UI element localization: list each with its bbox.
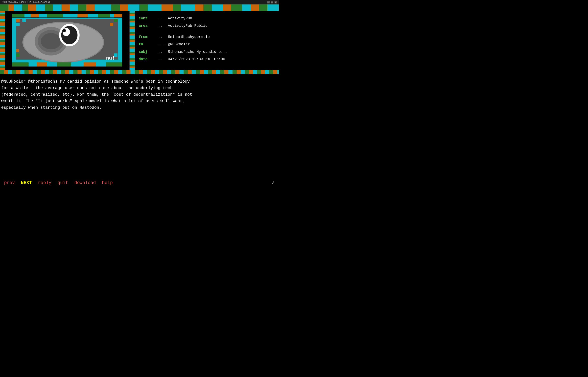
from-value: @nihar@hachyderm.io [168,34,210,40]
right-color-strip [129,11,135,70]
to-row: to ..... @NuSkooler [139,41,275,47]
close-button[interactable]: ✕ [275,1,277,3]
svg-rect-26 [16,49,19,52]
conf-dots: ... [156,15,167,22]
maximize-button[interactable]: □ [271,1,273,3]
from-label: from [139,34,155,40]
top-pixel-band [0,4,279,11]
subj-dots: ... [156,48,167,55]
slash-indicator: / [272,181,275,186]
nav-bar: prev NEXT reply quit download help / [0,177,279,188]
next-nav-item[interactable]: NEXT [21,180,32,186]
message-body: @NuSkooler @thomasfuchs My candid opinio… [0,74,279,115]
date-value: 04/21/2023 12:33 pm -06:00 [168,56,225,62]
svg-rect-29 [12,62,29,67]
conf-row: conf ... ActivityPub [139,15,275,22]
conf-label: conf [139,15,155,22]
svg-point-18 [63,29,66,32]
quit-nav-item[interactable]: quit [58,180,68,186]
svg-rect-19 [16,19,20,22]
terminal: nu! conf ... ActivityPub [0,4,279,188]
to-dots: ..... [156,41,167,47]
svg-rect-3 [31,14,39,17]
info-panel: conf ... ActivityPub area ... ActivityPu… [135,11,279,70]
window-controls: — □ ✕ [267,1,277,3]
svg-rect-23 [110,23,113,26]
area-label: area [139,23,155,29]
help-nav-item[interactable]: help [102,180,113,186]
svg-rect-20 [23,19,26,22]
date-row: date ... 04/21/2023 12:33 pm -06:00 [139,56,275,62]
mascot-svg: nu! [6,13,128,68]
area-dots: ... [156,23,167,29]
left-color-strip [0,11,5,70]
svg-text:nu!: nu! [106,56,115,61]
to-label: to [139,41,155,47]
svg-point-14 [41,33,61,49]
image-area: nu! [0,11,135,70]
subj-value: @thomasfuchs My candid o... [168,48,227,55]
window-title: [NR] Xibalba [SSH] [10.0.3.245:8889] [2,1,50,3]
area-value: ActivityPub Public [168,23,208,29]
svg-rect-5 [78,14,88,17]
content-top-area: nu! conf ... ActivityPub [0,11,279,70]
title-bar: [NR] Xibalba [SSH] [10.0.3.245:8889] — □… [0,0,279,4]
area-row: area ... ActivityPub Public [139,23,275,29]
svg-rect-2 [12,14,24,17]
prev-nav-item[interactable]: prev [4,180,15,186]
from-row: from ... @nihar@hachyderm.io [139,34,275,40]
svg-rect-4 [47,14,63,17]
svg-point-16 [61,26,78,44]
download-nav-item[interactable]: download [74,180,96,186]
svg-rect-30 [37,62,47,67]
svg-rect-24 [16,53,20,57]
conf-value: ActivityPub [168,15,192,22]
svg-rect-32 [84,62,96,67]
date-label: date [139,56,155,62]
from-dots: ... [156,34,167,40]
svg-rect-7 [114,14,122,17]
separator-band [0,70,279,74]
minimize-button[interactable]: — [267,1,270,3]
reply-nav-item[interactable]: reply [38,180,51,186]
to-value: @NuSkooler [168,41,190,47]
subj-label: subj [139,48,155,55]
svg-rect-6 [98,14,110,17]
date-dots: ... [156,56,167,62]
svg-rect-33 [106,62,122,67]
svg-rect-31 [57,62,71,67]
subj-row: subj ... @thomasfuchs My candid o... [139,48,275,55]
svg-rect-21 [16,23,20,26]
svg-rect-22 [114,19,117,22]
